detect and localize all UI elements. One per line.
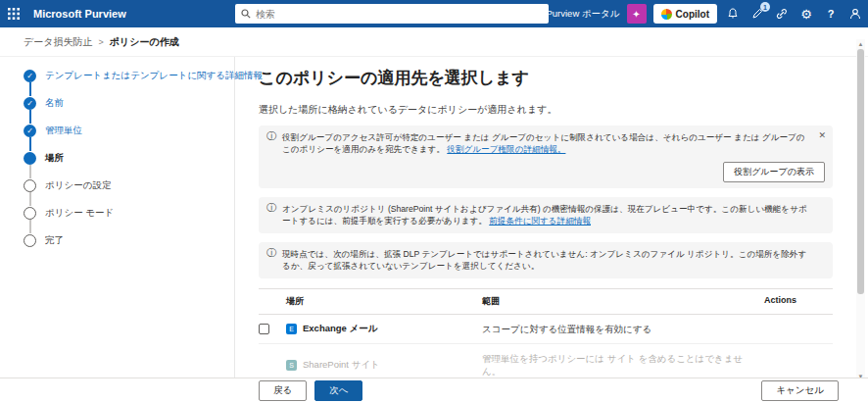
breadcrumb-parent[interactable]: データ損失防止 — [24, 35, 92, 49]
wizard-footer: 戻る 次へ キャンセル — [0, 378, 868, 403]
step-connector — [29, 192, 31, 206]
step-label: ポリシーの設定 — [45, 179, 111, 192]
copilot-icon — [661, 9, 672, 20]
cancel-button[interactable]: キャンセル — [761, 380, 839, 401]
settings-button[interactable]: ⚙ — [797, 5, 815, 23]
scrollbar-thumb[interactable] — [857, 49, 864, 294]
copilot-button[interactable]: Copilot — [653, 4, 717, 24]
step-current-icon — [24, 152, 36, 165]
scope-text: 管理単位を持つポリシーには サイト を含めることはできません。 — [482, 352, 764, 378]
step-connector — [29, 110, 31, 124]
step-todo-icon — [24, 207, 36, 220]
step-name[interactable]: ✓ 名前 — [24, 96, 234, 110]
onprem-preview-banner: ⓘ オンプレミスのリポジトリ (SharePoint サイトおよびファイル共有)… — [259, 197, 833, 233]
new-portal-toggle[interactable] — [443, 8, 468, 21]
app-launcher-icon[interactable] — [0, 0, 27, 27]
link-icon — [776, 8, 788, 20]
role-group-details-link[interactable]: 役割グループ権限の詳細情報。 — [447, 144, 565, 154]
locations-table: 場所 範囲 Actions E Exchange メール スコープに対する位置情… — [259, 288, 833, 378]
step-policy-mode[interactable]: ポリシー モード — [24, 206, 234, 220]
step-template[interactable]: ✓ テンプレートまたはテンプレートに関する詳細情報 — [24, 69, 234, 82]
person-icon — [849, 8, 861, 20]
brand-title: Microsoft Purview — [33, 8, 126, 20]
feedback-button[interactable]: 1 — [748, 5, 766, 23]
step-label: 場所 — [45, 152, 64, 165]
whats-new-icon: ✦ — [632, 9, 640, 20]
back-button[interactable]: 戻る — [259, 380, 307, 401]
feedback-badge: 1 — [760, 2, 770, 12]
help-button[interactable]: ? — [822, 5, 840, 23]
banner-text: 現時点では、次の場所は、拡張 DLP テンプレートではサポートされていません: … — [282, 249, 806, 271]
step-connector — [29, 137, 31, 151]
col-scope: 範囲 — [482, 295, 764, 308]
table-row-sharepoint: S SharePoint サイト 管理単位を持つポリシーには サイト を含めるこ… — [259, 344, 833, 378]
prerequisites-link[interactable]: 前提条件に関する詳細情報 — [489, 216, 591, 226]
info-icon: ⓘ — [266, 203, 276, 227]
breadcrumb: データ損失防止 > ポリシーの作成 — [0, 27, 868, 57]
step-connector — [29, 220, 31, 233]
step-locations[interactable]: 場所 — [24, 151, 234, 165]
scroll-up-arrow[interactable]: ▲ — [856, 39, 865, 48]
page-title: このポリシーの適用先を選択します — [259, 67, 833, 89]
sharepoint-icon: S — [286, 360, 297, 371]
step-done-icon: ✓ — [24, 97, 36, 110]
scope-text: スコープに対する位置情報を有効にする — [482, 323, 764, 335]
whats-new-button[interactable]: ✦ — [627, 4, 647, 24]
step-label: 管理単位 — [45, 125, 82, 137]
view-role-groups-button[interactable]: 役割グループの表示 — [723, 162, 825, 182]
step-connector — [29, 165, 31, 178]
col-location: 場所 — [286, 295, 482, 308]
step-finish[interactable]: 完了 — [24, 233, 234, 247]
exchange-checkbox[interactable] — [259, 324, 269, 334]
help-icon: ? — [828, 8, 835, 20]
gear-icon: ⚙ — [800, 7, 812, 22]
next-button[interactable]: 次へ — [314, 380, 362, 401]
notifications-button[interactable] — [724, 5, 742, 23]
new-portal-toggle-label: 新しい Microsoft Purview ポータル — [475, 8, 620, 21]
copilot-label: Copilot — [676, 9, 709, 20]
unsupported-location-banner: ⓘ 現時点では、次の場所は、拡張 DLP テンプレートではサポートされていません… — [259, 242, 833, 278]
breadcrumb-separator: > — [98, 37, 103, 47]
link-button[interactable] — [773, 5, 791, 23]
step-label: ポリシー モード — [45, 207, 114, 220]
step-done-icon: ✓ — [24, 125, 36, 137]
info-icon: ⓘ — [266, 131, 276, 182]
account-button[interactable] — [846, 5, 864, 23]
breadcrumb-current: ポリシーの作成 — [110, 35, 179, 49]
step-admin-units[interactable]: ✓ 管理単位 — [24, 124, 234, 137]
step-label: テンプレートまたはテンプレートに関する詳細情報 — [45, 70, 263, 82]
topbar-actions: 新しい Microsoft Purview ポータル ✦ Copilot 1 ⚙… — [443, 0, 864, 27]
step-policy-settings[interactable]: ポリシーの設定 — [24, 178, 234, 192]
bell-icon — [727, 8, 739, 20]
info-icon: ⓘ — [266, 248, 276, 273]
table-header-row: 場所 範囲 Actions — [259, 288, 833, 315]
role-group-banner: ⓘ 役割グループのアクセス許可が特定のユーザー または グループのセットに制限さ… — [259, 126, 833, 188]
step-label: 完了 — [45, 234, 64, 247]
step-todo-icon — [24, 179, 36, 192]
toggle-knob — [458, 10, 466, 19]
close-icon[interactable]: ✕ — [818, 130, 826, 140]
location-name: SharePoint サイト — [303, 359, 380, 372]
main-content: このポリシーの適用先を選択します 選択した場所に格納されているデータにポリシーが… — [236, 57, 844, 378]
col-actions: Actions — [764, 295, 833, 308]
table-row-exchange: E Exchange メール スコープに対する位置情報を有効にする — [259, 315, 833, 344]
search-icon — [241, 5, 251, 23]
wizard-stepper: ✓ テンプレートまたはテンプレートに関する詳細情報 ✓ 名前 ✓ 管理単位 場所… — [0, 57, 235, 378]
location-name: Exchange メール — [303, 323, 377, 335]
top-app-bar: Microsoft Purview 新しい Microsoft Purview … — [0, 0, 868, 27]
step-connector — [29, 82, 31, 96]
vertical-scrollbar[interactable]: ▲ ▼ — [856, 39, 865, 380]
exchange-icon: E — [286, 324, 297, 334]
page-subtitle: 選択した場所に格納されているデータにポリシーが適用されます。 — [259, 103, 833, 117]
step-done-icon: ✓ — [24, 70, 36, 82]
step-todo-icon — [24, 234, 36, 247]
step-label: 名前 — [45, 97, 64, 110]
